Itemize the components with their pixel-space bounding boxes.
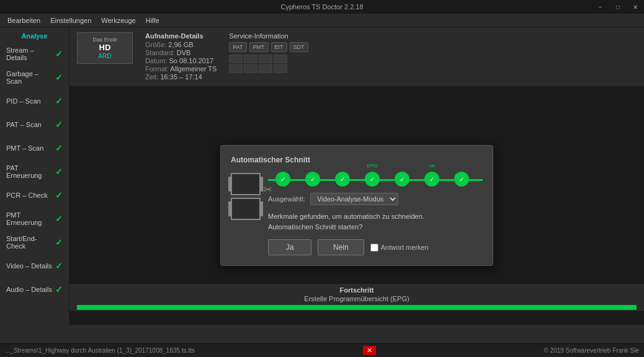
sidebar-label-pcr-check: PCR – Check [6, 192, 55, 199]
standard-label: Standard: [145, 49, 175, 56]
sidebar-item-startend-check[interactable]: Start/End-Check ✓ [0, 231, 69, 254]
sidebar-item-audio-details[interactable]: Audio – Details ✓ [0, 278, 69, 301]
badge-pmt: PMT [249, 42, 269, 52]
recording-size-row: Größe: 2,96 GB [145, 41, 217, 48]
select-row: Ausgewählt: Video-Analyse-Modus Standard… [268, 193, 483, 205]
sidebar-section-title: Analyse [0, 30, 69, 42]
sidebar-label-garbage-scan: Garbage – Scan [6, 70, 55, 85]
badge-eit: EIT [271, 42, 287, 52]
check-icon-pat-scan: ✓ [55, 120, 63, 130]
sidebar-item-garbage-scan[interactable]: Garbage – Scan ✓ [0, 66, 69, 89]
service-info: Service-Information PAT PMT EIT SDT [229, 32, 308, 73]
sidebar: Analyse Stream – Details ✓ Garbage – Sca… [0, 27, 69, 325]
sidebar-label-audio-details: Audio – Details [6, 286, 55, 293]
sidebar-label-pmt-scan: PMT – Scan [6, 144, 55, 152]
check-icon-pmt-erneuerung: ✓ [55, 214, 63, 224]
sidebar-label-pmt-erneuerung: PMT Erneuerung [6, 211, 55, 226]
service-badges: PAT PMT EIT SDT [229, 42, 308, 52]
sidebar-label-pat-erneuerung: PAT Erneuerung [6, 164, 55, 179]
sidebar-label-stream-details: Stream – Details [6, 46, 55, 61]
remember-label-text: Antwort merken [381, 244, 429, 251]
check-icon-startend-check: ✓ [55, 237, 63, 247]
date-value: So 08.10.2017 [169, 57, 214, 64]
sidebar-item-video-details[interactable]: Video – Details ✓ [0, 254, 69, 278]
mode-select[interactable]: Video-Analyse-Modus Standard-Modus [310, 193, 398, 205]
film-frame-top [231, 173, 261, 195]
channel-name: HD [84, 43, 126, 53]
service-cell-1 [229, 55, 243, 63]
check-icon-garbage-scan: ✓ [55, 73, 63, 82]
dialog-content: ✂ ✓ ✓ ✓ ✓ ✓ ✓ [231, 172, 483, 255]
prog-icon-va: ✓ [424, 172, 439, 187]
dialog-yes-button[interactable]: Ja [268, 239, 311, 255]
channel-card-label: Das Erste [84, 37, 126, 43]
remember-checkbox[interactable] [370, 244, 378, 252]
check-icon-stream-details: ✓ [55, 49, 63, 59]
progress-bar-fill [77, 305, 637, 310]
status-copyright: © 2019 Softwarevertrieb Frank Sle [543, 347, 639, 354]
dialog-no-button[interactable]: Nein [318, 239, 364, 255]
sidebar-item-pid-scan[interactable]: PID – Scan ✓ [0, 89, 69, 113]
menu-einstellungen[interactable]: Einstellungen [45, 14, 96, 27]
menu-werkzeuge[interactable]: Werkzeuge [96, 14, 140, 27]
channel-sub: ARD [84, 53, 126, 60]
size-value: 2,96 GB [168, 41, 193, 48]
check-icon-pat-erneuerung: ✓ [55, 167, 63, 177]
time-label: Zeit: [145, 73, 158, 81]
sidebar-item-stream-details[interactable]: Stream – Details ✓ [0, 42, 69, 66]
close-button[interactable]: ✕ [627, 0, 644, 14]
recording-details: Aufnahme-Details Größe: 2,96 GB Standard… [145, 32, 217, 81]
prog-icon-5: ✓ [395, 172, 409, 187]
window-controls: − □ ✕ [592, 0, 644, 14]
standard-value: DVB [177, 49, 191, 56]
service-cell-4 [274, 55, 287, 63]
progress-section: Fortschritt Erstelle Programmübersicht (… [69, 284, 644, 311]
window-title: Cypheros TS Doctor 2.2.18 [280, 3, 363, 11]
top-info: Das Erste HD ARD Aufnahme-Details Größe:… [69, 27, 644, 86]
recording-format-row: Format: Allgemeiner TS [145, 65, 217, 73]
sidebar-item-pat-scan[interactable]: PAT – Scan ✓ [0, 113, 69, 136]
sidebar-label-startend-check: Start/End-Check [6, 235, 55, 250]
status-close-button[interactable]: ✕ [363, 346, 376, 355]
service-cell-3 [259, 55, 272, 63]
badge-pat: PAT [229, 42, 246, 52]
select-label: Ausgewählt: [268, 195, 305, 203]
service-info-title: Service-Information [229, 32, 308, 40]
minimize-button[interactable]: − [592, 0, 609, 14]
maximize-button[interactable]: □ [609, 0, 627, 14]
progress-subtitle: Erstelle Programmübersicht (EPG) [77, 295, 637, 302]
service-cell-8 [274, 64, 287, 73]
sidebar-label-video-details: Video – Details [6, 262, 55, 270]
check-icon-video-details: ✓ [55, 261, 63, 271]
check-icon-pcr-check: ✓ [55, 190, 63, 200]
channel-card: Das Erste HD ARD [77, 32, 133, 64]
dialog-film-icon: ✂ [231, 172, 261, 221]
prog-icon-2: ✓ [305, 172, 320, 187]
size-label: Größe: [145, 41, 166, 48]
sidebar-item-pcr-check[interactable]: PCR – Check ✓ [0, 183, 69, 207]
sidebar-item-pat-erneuerung[interactable]: PAT Erneuerung ✓ [0, 160, 69, 183]
dialog-message: Merkmale gefunden, um automatisch zu sch… [268, 211, 483, 232]
recording-standard-row: Standard: DVB [145, 49, 217, 56]
format-value: Allgemeiner TS [170, 65, 217, 73]
dialog: Automatischer Schnitt ✂ [220, 145, 493, 266]
sidebar-item-pmt-scan[interactable]: PMT – Scan ✓ [0, 136, 69, 160]
main-layout: Analyse Stream – Details ✓ Garbage – Sca… [0, 27, 644, 325]
dialog-title: Automatischer Schnitt [231, 156, 483, 164]
menu-bearbeiten[interactable]: Bearbeiten [2, 14, 45, 27]
sidebar-item-pmt-erneuerung[interactable]: PMT Erneuerung ✓ [0, 207, 69, 231]
service-cell-6 [244, 64, 257, 73]
menu-bar: Bearbeiten Einstellungen Werkzeuge Hilfe [0, 14, 644, 27]
service-cell-5 [229, 64, 243, 73]
recording-time-row: Zeit: 16:35 – 17:14 [145, 73, 217, 81]
recording-date-row: Datum: So 08.10.2017 [145, 57, 217, 64]
service-grid [229, 55, 308, 73]
dialog-right: ✓ ✓ ✓ ✓ ✓ ✓ ✓ Ausgewählt: [268, 172, 483, 255]
progress-bar-container [77, 305, 637, 310]
menu-hilfe[interactable]: Hilfe [141, 14, 164, 27]
badge-sdt: SDT [290, 42, 308, 52]
remember-label[interactable]: Antwort merken [370, 244, 429, 252]
check-icon-pid-scan: ✓ [55, 96, 63, 106]
bottom-area: Fortschritt Erstelle Programmübersicht (… [69, 284, 644, 311]
prog-icon-7: ✓ [454, 172, 469, 187]
